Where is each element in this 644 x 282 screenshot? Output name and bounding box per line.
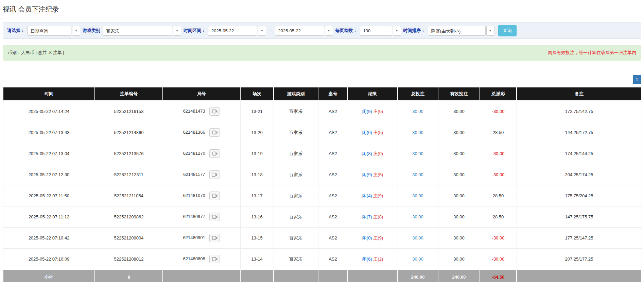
chevron-down-icon[interactable]: ▾ bbox=[72, 26, 80, 36]
summary-currency-count: 币别：人民币 | 总共 :8 注单 | bbox=[8, 50, 64, 56]
cell-session: 13-16 bbox=[240, 206, 274, 228]
date-from-value[interactable]: 2025-05-22 bbox=[208, 26, 257, 36]
empty-cell bbox=[240, 270, 274, 282]
cell-session: 13-15 bbox=[240, 228, 274, 249]
round-id: 621480808 bbox=[183, 256, 205, 261]
date-to-select[interactable]: 2025-05-22 ▾ bbox=[275, 26, 333, 36]
header-payout: 总派彩 bbox=[480, 87, 517, 101]
video-replay-button[interactable] bbox=[209, 107, 220, 116]
page-size-select[interactable]: 100 ▾ bbox=[360, 26, 401, 36]
video-replay-button[interactable] bbox=[209, 149, 220, 158]
bet-records-table: 时间 注单编号 局号 场次 游戏类别 桌号 结果 总投注 有效投注 总派彩 备注… bbox=[3, 87, 642, 282]
cell-total-bet: 30.00 bbox=[398, 185, 438, 206]
page-header: 视讯 会员下注纪录 bbox=[0, 0, 644, 18]
cell-game: 百家乐 bbox=[274, 101, 318, 122]
cell-time: 2025-05-22 07:13:04 bbox=[3, 143, 95, 164]
chevron-down-icon[interactable]: ▾ bbox=[325, 26, 333, 36]
date-to-value[interactable]: 2025-05-22 bbox=[275, 26, 324, 36]
result-banker: 庄(5) bbox=[373, 130, 383, 135]
cell-time: 2025-05-22 07:14:24 bbox=[3, 101, 95, 122]
cell-table: AS2 bbox=[318, 122, 348, 143]
cell-payout: -30.00 bbox=[480, 143, 517, 164]
table-body: 2025-05-22 07:14:24 522521216153 6214814… bbox=[3, 101, 642, 282]
table-row: 2025-05-22 07:13:04 522521213576 6214812… bbox=[3, 143, 642, 164]
search-button[interactable]: 查询 bbox=[498, 25, 517, 36]
table-row: 2025-05-22 07:10:09 522521208012 6214808… bbox=[3, 249, 642, 270]
cell-round: 621481473 bbox=[163, 101, 240, 122]
result-banker: 庄(9) bbox=[373, 151, 383, 156]
video-replay-button[interactable] bbox=[209, 192, 220, 200]
cell-table: AS2 bbox=[318, 228, 348, 249]
cell-remark: 204.25/174.25 bbox=[517, 164, 642, 185]
cell-table: AS2 bbox=[318, 101, 348, 122]
table-row: 2025-05-22 07:14:24 522521216153 6214814… bbox=[3, 101, 642, 122]
round-id: 621481270 bbox=[183, 151, 205, 156]
cell-time: 2025-05-22 07:11:50 bbox=[3, 185, 95, 206]
cell-payout: -30.00 bbox=[480, 249, 517, 270]
chevron-down-icon[interactable]: ▾ bbox=[258, 26, 266, 36]
result-player: 闲(0) bbox=[362, 235, 372, 240]
video-replay-button[interactable] bbox=[209, 128, 220, 137]
pagination-page-1[interactable]: 1 bbox=[633, 75, 641, 84]
cell-game: 百家乐 bbox=[274, 249, 318, 270]
cell-game: 百家乐 bbox=[274, 122, 318, 143]
video-replay-button[interactable] bbox=[209, 234, 220, 242]
date-range-separator: ~ bbox=[268, 28, 273, 33]
cell-session: 13-14 bbox=[240, 249, 274, 270]
total-bet-link[interactable]: 30.00 bbox=[412, 151, 423, 156]
sort-order-value[interactable]: 降幂(由大到小) bbox=[428, 26, 486, 36]
total-bet-link[interactable]: 30.00 bbox=[412, 214, 423, 219]
query-type-value[interactable]: 日期查询 bbox=[27, 26, 71, 36]
total-bet-link[interactable]: 30.00 bbox=[412, 130, 423, 135]
cell-total-bet: 30.00 bbox=[398, 206, 438, 228]
game-type-label: 游戏类别 bbox=[83, 28, 100, 34]
page-size-label: 每页笔数： bbox=[335, 28, 358, 34]
cell-result: 闲(0) 庄(9) bbox=[348, 228, 398, 249]
sort-order-select[interactable]: 降幂(由大到小) ▾ bbox=[428, 26, 494, 36]
filter-bar: 请选择： 日期查询 ▾ 游戏类别 百家乐 ▾ 时间区间： 2025-05-22 … bbox=[3, 22, 641, 39]
total-bet-link[interactable]: 30.00 bbox=[412, 193, 423, 198]
cell-remark: 174.25/144.25 bbox=[517, 143, 642, 164]
cell-session: 13-18 bbox=[240, 164, 274, 185]
chevron-down-icon[interactable]: ▾ bbox=[393, 26, 401, 36]
cell-remark: 144.25/172.75 bbox=[517, 122, 642, 143]
result-banker: 庄(9) bbox=[373, 193, 383, 198]
chevron-down-icon[interactable]: ▾ bbox=[173, 26, 181, 36]
empty-cell bbox=[517, 270, 642, 282]
cell-result: 闲(6) 庄(2) bbox=[348, 249, 398, 270]
cell-round: 621481366 bbox=[163, 122, 240, 143]
result-banker: 庄(6) bbox=[373, 109, 383, 114]
round-id: 621480977 bbox=[183, 214, 205, 219]
game-type-select[interactable]: 百家乐 ▾ bbox=[103, 26, 181, 36]
cell-valid-bet: 30.00 bbox=[438, 249, 480, 270]
total-bet-link[interactable]: 30.00 bbox=[412, 109, 423, 114]
cell-round: 621480977 bbox=[163, 206, 240, 228]
cell-valid-bet: 30.00 bbox=[438, 164, 480, 185]
video-replay-button[interactable] bbox=[209, 170, 220, 179]
cell-valid-bet: 30.00 bbox=[438, 206, 480, 228]
cell-time: 2025-05-22 07:10:42 bbox=[3, 228, 95, 249]
date-from-select[interactable]: 2025-05-22 ▾ bbox=[208, 26, 266, 36]
subtotal-count: 8 bbox=[95, 270, 163, 282]
header-game: 游戏类别 bbox=[274, 87, 318, 101]
video-replay-button[interactable] bbox=[209, 255, 220, 263]
total-bet-link[interactable]: 30.00 bbox=[412, 172, 423, 177]
cell-payout: -30.00 bbox=[480, 164, 517, 185]
page-size-value[interactable]: 100 bbox=[360, 26, 392, 36]
game-type-value[interactable]: 百家乐 bbox=[103, 26, 172, 36]
cell-total-bet: 30.00 bbox=[398, 122, 438, 143]
total-bet-link[interactable]: 30.00 bbox=[412, 256, 423, 262]
header-session: 场次 bbox=[240, 87, 274, 101]
cell-payout: -30.00 bbox=[480, 101, 517, 122]
empty-cell bbox=[318, 270, 348, 282]
chevron-down-icon[interactable]: ▾ bbox=[486, 26, 494, 36]
query-type-select[interactable]: 日期查询 ▾ bbox=[27, 26, 80, 36]
cell-round: 621481070 bbox=[163, 185, 240, 206]
total-bet-link[interactable]: 30.00 bbox=[412, 235, 423, 240]
subtotal-valid-bet: 240.00 bbox=[438, 270, 480, 282]
result-player: 闲(8) bbox=[362, 151, 372, 156]
video-replay-button[interactable] bbox=[209, 213, 220, 221]
result-player: 闲(0) bbox=[362, 130, 372, 135]
cell-total-bet: 30.00 bbox=[398, 228, 438, 249]
round-id: 621480901 bbox=[183, 235, 205, 240]
